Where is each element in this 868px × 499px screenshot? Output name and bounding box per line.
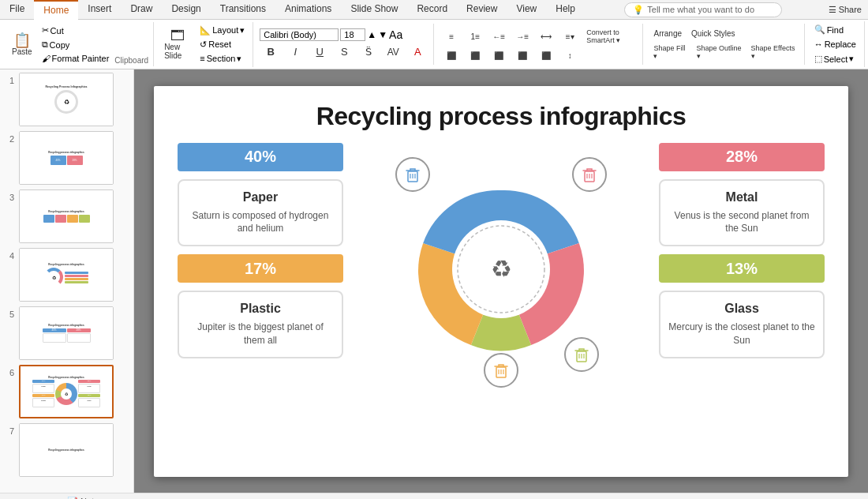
justify-button[interactable]: ⬛ — [511, 49, 533, 62]
slides-group: 🗔 New Slide 📐 Layout ▾ ↺ Reset ≡ Section… — [155, 22, 253, 67]
metal-info-box: Metal Venus is the second planet from th… — [659, 179, 825, 247]
font-size-up-btn[interactable]: ▲ — [367, 29, 376, 40]
plastic-title: Plastic — [187, 302, 334, 316]
slide-preview-5[interactable]: Recycling process infographics 40% 28% — [19, 306, 114, 360]
numbering-button[interactable]: 1≡ — [464, 30, 486, 43]
cut-button[interactable]: ✂ Cut — [39, 24, 113, 37]
align-text-button[interactable]: ≡▾ — [559, 30, 581, 43]
paste-icon: 📋 — [13, 33, 31, 47]
find-button[interactable]: 🔍 Find — [811, 23, 859, 36]
char-spacing-button[interactable]: AV — [382, 44, 404, 60]
clipboard-label: Clipboard — [114, 56, 148, 65]
ribbon-toolbar: 📋 Paste ✂ Cut ⧉ Copy 🖌 Format Painter Cl… — [0, 20, 868, 69]
shape-outline-button[interactable]: Shape Outline ▾ — [693, 42, 746, 62]
align-right-button[interactable]: ⬛ — [488, 49, 510, 62]
metal-description: Venus is the second planet from the Sun — [668, 209, 815, 236]
font-name-input[interactable] — [260, 28, 339, 41]
convert-smartart-button[interactable]: Convert to SmartArt ▾ — [582, 26, 638, 47]
paste-button[interactable]: 📋 Paste — [8, 31, 36, 58]
right-column: 28% Metal Venus is the second planet fro… — [659, 143, 825, 358]
clear-format-btn[interactable]: Aa — [389, 28, 402, 41]
slide-preview-4[interactable]: Recycling process infographics ♻ — [19, 248, 114, 302]
slide-preview-1[interactable]: Recycling Process Infographics ♻ — [19, 73, 114, 126]
copy-button[interactable]: ⧉ Copy — [39, 38, 113, 51]
new-slide-icon: 🗔 — [170, 28, 185, 43]
reset-button[interactable]: ↺ Reset — [196, 38, 248, 51]
slide-preview-7[interactable]: Recycling process infographics — [19, 423, 114, 477]
text-direction-button[interactable]: ⟷ — [535, 30, 557, 43]
bold-button[interactable]: B — [260, 43, 282, 60]
format-painter-button[interactable]: 🖌 Format Painter — [39, 52, 113, 65]
ribbon: File Home Insert Draw Design Transitions… — [0, 0, 868, 69]
align-center-button[interactable]: ⬛ — [464, 49, 486, 62]
tab-design[interactable]: Design — [162, 0, 210, 19]
tab-view[interactable]: View — [507, 0, 546, 19]
slide-canvas: Recycling process infographics 40% Paper… — [154, 86, 848, 477]
shadow-button[interactable]: S̈ — [357, 43, 380, 60]
tab-animations[interactable]: Animations — [275, 0, 341, 19]
metal-percent-bar: 28% — [659, 143, 825, 171]
align-left-button[interactable]: ⬛ — [440, 49, 462, 62]
paper-bin-icon — [395, 157, 430, 192]
font-color-button[interactable]: A — [406, 43, 428, 60]
layout-button[interactable]: 📐 Layout ▾ — [196, 24, 248, 37]
share-btn[interactable]: ☰ Share — [822, 0, 868, 19]
shape-fill-button[interactable]: Shape Fill ▾ — [649, 42, 690, 62]
font-size-down-btn[interactable]: ▼ — [378, 29, 387, 40]
font-size-input[interactable] — [340, 28, 365, 41]
tab-home[interactable]: Home — [34, 0, 78, 20]
italic-button[interactable]: I — [284, 43, 306, 60]
plastic-description: Jupiter is the biggest planet of them al… — [187, 321, 334, 347]
slide-thumb-4[interactable]: 4 Recycling process infographics ♻ — [3, 248, 130, 302]
indent-inc-button[interactable]: →≡ — [511, 30, 533, 43]
tab-insert[interactable]: Insert — [78, 0, 121, 19]
status-bar: Slide 6 of 7 📝 Notes 60% — [0, 493, 868, 499]
search-box[interactable]: 💡 Tell me what you want to do — [624, 2, 782, 17]
paper-percent-bar: 40% — [178, 143, 343, 171]
tab-review[interactable]: Review — [457, 0, 507, 19]
slide-preview-2[interactable]: Recycling process infographics 40% 28% — [19, 131, 114, 185]
plastic-bin-icon — [484, 353, 518, 388]
strikethrough-button[interactable]: S — [333, 43, 355, 60]
arrange-button[interactable]: Arrange — [649, 27, 686, 40]
editing-group: 🔍 Find ↔ Replace ⬚ Select ▾ — [806, 21, 865, 67]
bullets-button[interactable]: ≡ — [440, 30, 462, 43]
section-button[interactable]: ≡ Section ▾ — [196, 52, 248, 66]
slide-preview-3[interactable]: Recycling process infographics — [19, 189, 114, 243]
slide-thumb-3[interactable]: 3 Recycling process infographics — [3, 189, 130, 243]
metal-bin-icon — [572, 157, 607, 192]
clipboard-group: 📋 Paste ✂ Cut ⧉ Copy 🖌 Format Painter Cl… — [3, 22, 154, 66]
slide-title: Recycling process infographics — [154, 86, 848, 139]
slide-thumb-7[interactable]: 7 Recycling process infographics — [3, 423, 130, 477]
select-button[interactable]: ⬚ Select ▾ — [811, 52, 859, 66]
slide-preview-6[interactable]: Recycling process infographics 40% Paper… — [19, 365, 114, 418]
new-slide-button[interactable]: 🗔 New Slide — [160, 26, 194, 62]
tab-help[interactable]: Help — [546, 0, 585, 19]
tab-slideshow[interactable]: Slide Show — [341, 0, 407, 19]
line-spacing-button[interactable]: ↕ — [559, 49, 581, 62]
slide-thumb-5[interactable]: 5 Recycling process infographics 40% 28% — [3, 306, 130, 360]
center-column: ♻ — [356, 143, 646, 396]
tab-transitions[interactable]: Transitions — [211, 0, 275, 19]
donut-chart: ♻ — [406, 174, 596, 364]
columns-button[interactable]: ⬛ — [535, 49, 557, 62]
tab-file[interactable]: File — [0, 0, 34, 19]
slide-thumb-6[interactable]: 6 Recycling process infographics 40% Pap… — [3, 365, 130, 418]
slide-thumb-1[interactable]: 1 Recycling Process Infographics ♻ — [3, 73, 130, 126]
tab-draw[interactable]: Draw — [121, 0, 162, 19]
left-column: 40% Paper Saturn is composed of hydrogen… — [178, 143, 343, 358]
underline-button[interactable]: U — [309, 43, 331, 60]
slide-content: 40% Paper Saturn is composed of hydrogen… — [154, 143, 848, 396]
canvas-area[interactable]: Recycling process infographics 40% Paper… — [134, 69, 868, 493]
indent-dec-button[interactable]: ←≡ — [488, 30, 510, 43]
glass-percent-bar: 13% — [659, 254, 825, 283]
plastic-info-box: Plastic Jupiter is the biggest planet of… — [178, 291, 343, 358]
font-group: ▲ ▼ Aa B I U S S̈ AV A — [255, 24, 434, 65]
slide-thumb-2[interactable]: 2 Recycling process infographics 40% 28% — [3, 131, 130, 185]
glass-title: Glass — [668, 302, 815, 316]
replace-button[interactable]: ↔ Replace — [811, 38, 859, 51]
paragraph-group: ≡ 1≡ ←≡ →≡ ⟷ ≡▾ Convert to SmartArt ▾ ⬛ … — [436, 24, 643, 65]
tab-record[interactable]: Record — [407, 0, 457, 19]
shape-effects-button[interactable]: Shape Effects ▾ — [747, 42, 799, 62]
quick-styles-button[interactable]: Quick Styles — [687, 27, 739, 40]
